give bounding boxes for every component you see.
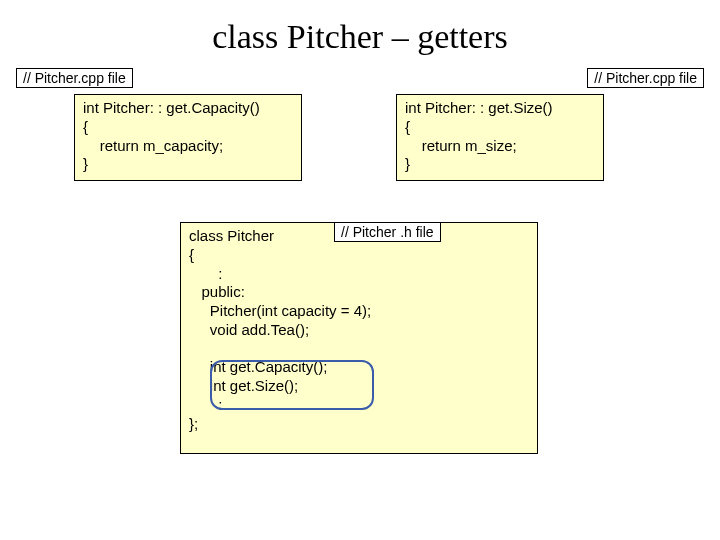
getter-highlight-box xyxy=(210,360,374,410)
cpp-file-label-left: // Pitcher.cpp file xyxy=(16,68,133,88)
cpp-file-label-right: // Pitcher.cpp file xyxy=(587,68,704,88)
class-declaration-code: class Pitcher { : public: Pitcher(int ca… xyxy=(180,222,538,454)
get-size-code: int Pitcher: : get.Size() { return m_siz… xyxy=(396,94,604,181)
h-file-label: // Pitcher .h file xyxy=(334,222,441,242)
get-capacity-code: int Pitcher: : get.Capacity() { return m… xyxy=(74,94,302,181)
slide-title: class Pitcher – getters xyxy=(0,18,720,56)
